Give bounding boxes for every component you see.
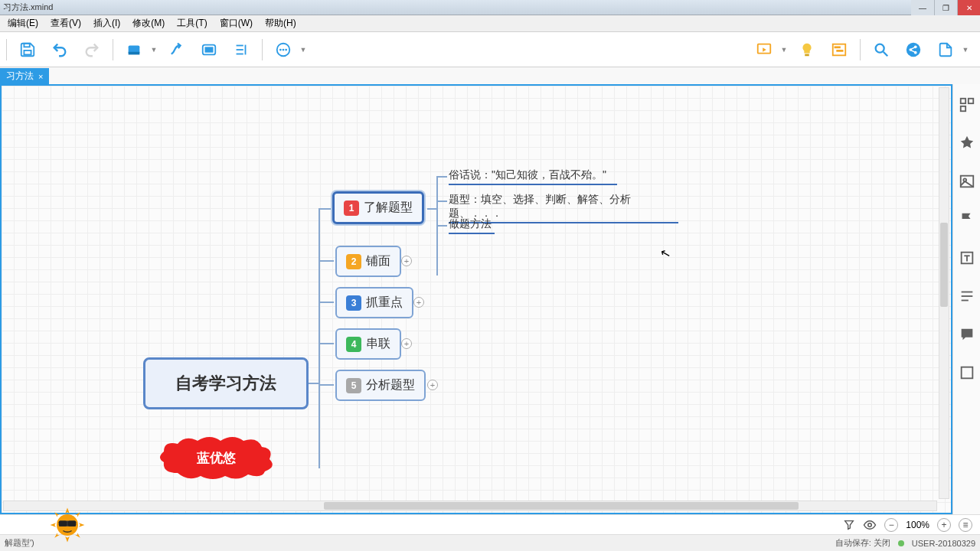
menu-tools[interactable]: 工具(T) <box>171 15 213 31</box>
menu-help[interactable]: 帮助(H) <box>259 15 302 31</box>
notes-icon[interactable] <box>959 288 975 305</box>
subnode-5[interactable]: 5 分析题型 <box>335 370 426 401</box>
export-icon <box>937 41 954 58</box>
user-label: USER-20180329 <box>912 539 975 548</box>
task-icon[interactable] <box>959 364 975 381</box>
svg-line-19 <box>884 51 888 56</box>
boundary-icon <box>201 41 217 58</box>
expand-node-5[interactable]: + <box>427 380 438 390</box>
window-title: 习方法.xmind <box>3 2 53 13</box>
more-button[interactable] <box>270 37 296 63</box>
redo-button[interactable] <box>79 37 105 63</box>
autosave-status: 自动保存: 关闭 <box>835 537 890 549</box>
svg-rect-17 <box>836 50 843 52</box>
zoom-in-button[interactable]: + <box>937 518 951 532</box>
subnode-5-label: 分析题型 <box>366 377 415 393</box>
svg-rect-27 <box>968 99 972 103</box>
minimize-button[interactable]: — <box>911 0 934 15</box>
menu-view[interactable]: 查看(V) <box>44 15 87 31</box>
expand-node-4[interactable]: + <box>401 338 412 349</box>
svg-rect-14 <box>805 54 809 56</box>
flag-icon[interactable] <box>959 211 975 228</box>
svg-point-18 <box>876 44 884 52</box>
svg-rect-37 <box>961 367 972 379</box>
subnode-1-label: 了解题型 <box>364 200 413 216</box>
maximize-button[interactable]: ❐ <box>934 0 957 15</box>
document-tab[interactable]: 习方法 × <box>0 68 49 84</box>
text-icon[interactable] <box>959 249 975 266</box>
canvas-frame: 自考学习方法 1 了解题型 2 铺面 + 3 抓重点 + 4 串联 + 5 分析… <box>0 84 952 514</box>
menu-edit[interactable]: 编辑(E) <box>2 15 44 31</box>
export-dropdown[interactable]: ▼ <box>962 46 969 54</box>
tab-close-icon[interactable]: × <box>38 72 43 81</box>
root-label: 自考学习方法 <box>175 372 276 395</box>
search-icon <box>873 41 890 58</box>
outline-icon[interactable] <box>959 96 975 113</box>
badge-4: 4 <box>346 337 361 352</box>
zoom-fit-button[interactable]: ≡ <box>959 518 972 532</box>
badge-1: 1 <box>344 201 359 216</box>
svg-point-10 <box>279 48 282 51</box>
zoom-bar: − 100% + ≡ <box>0 514 980 534</box>
badge-5: 5 <box>346 378 361 393</box>
subnode-2[interactable]: 2 铺面 <box>335 246 401 277</box>
svg-rect-28 <box>960 106 965 111</box>
subnode-1[interactable]: 1 了解题型 <box>332 191 424 224</box>
svg-point-11 <box>283 48 285 51</box>
boundary-button[interactable] <box>196 37 222 63</box>
vertical-scrollbar[interactable] <box>939 87 949 499</box>
svg-rect-42 <box>68 520 76 526</box>
svg-rect-26 <box>960 99 965 103</box>
export-button[interactable] <box>933 37 959 63</box>
search-button[interactable] <box>868 37 894 63</box>
summary-button[interactable] <box>228 37 254 63</box>
comments-icon[interactable] <box>959 326 975 343</box>
leaf-3[interactable]: 做题方法 <box>449 217 495 234</box>
svg-rect-3 <box>129 51 140 54</box>
menu-insert[interactable]: 插入(I) <box>87 15 126 31</box>
gantt-button[interactable] <box>826 37 852 63</box>
relationship-button[interactable] <box>164 37 190 63</box>
menu-window[interactable]: 窗口(W) <box>214 15 259 31</box>
topic-dropdown[interactable]: ▼ <box>150 46 158 54</box>
more-icon <box>275 41 292 58</box>
expand-node-2[interactable]: + <box>401 256 412 266</box>
svg-point-38 <box>868 523 872 527</box>
menu-modify[interactable]: 修改(M) <box>126 15 171 31</box>
summary-icon <box>233 41 250 58</box>
present-dropdown[interactable]: ▼ <box>780 46 788 54</box>
more-dropdown[interactable]: ▼ <box>299 46 307 54</box>
markers-icon[interactable] <box>959 135 975 152</box>
floating-cloud[interactable]: 蓝优悠 <box>155 435 277 481</box>
cloud-label: 蓝优悠 <box>155 435 277 481</box>
undo-button[interactable] <box>47 37 73 63</box>
topic-button[interactable] <box>121 37 147 63</box>
cursor-icon: ↖ <box>658 246 671 262</box>
save-icon <box>19 41 36 58</box>
idea-button[interactable] <box>794 37 820 63</box>
titlebar: 习方法.xmind — ❐ ✕ <box>0 0 980 15</box>
mindmap-canvas[interactable]: 自考学习方法 1 了解题型 2 铺面 + 3 抓重点 + 4 串联 + 5 分析… <box>2 86 951 513</box>
online-dot-icon <box>898 540 904 546</box>
present-button[interactable] <box>751 37 777 63</box>
expand-node-3[interactable]: + <box>413 297 424 308</box>
leaf-1[interactable]: 俗话说："知己知彼，百战不殆。" <box>449 168 617 185</box>
svg-rect-1 <box>24 43 29 47</box>
save-button[interactable] <box>15 37 41 63</box>
subnode-2-label: 铺面 <box>366 253 390 269</box>
subnode-3[interactable]: 3 抓重点 <box>335 287 413 318</box>
filter-icon[interactable] <box>843 519 855 531</box>
horizontal-scrollbar[interactable] <box>3 500 937 511</box>
menubar: 编辑(E) 查看(V) 插入(I) 修改(M) 工具(T) 窗口(W) 帮助(H… <box>0 15 980 32</box>
root-node[interactable]: 自考学习方法 <box>143 357 309 409</box>
undo-icon <box>51 41 68 58</box>
svg-rect-5 <box>205 47 212 52</box>
close-button[interactable]: ✕ <box>957 0 980 15</box>
badge-3: 3 <box>346 295 361 311</box>
zoom-out-button[interactable]: − <box>884 518 898 532</box>
share-button[interactable] <box>900 37 926 63</box>
eye-icon[interactable] <box>863 518 877 532</box>
image-icon[interactable] <box>959 173 975 190</box>
subnode-4[interactable]: 4 串联 <box>335 328 401 360</box>
svg-rect-41 <box>59 520 67 526</box>
